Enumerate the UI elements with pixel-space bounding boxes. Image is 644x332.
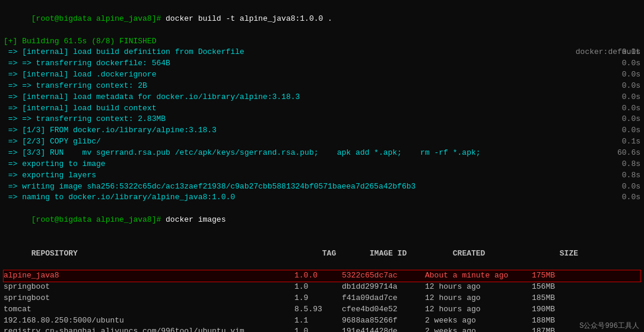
build-line-5: => [internal] load metadata for docker.i…	[4, 92, 640, 103]
table-header-row: REPOSITORYTAGIMAGE IDCREATEDSIZE	[4, 237, 640, 271]
build-line-9: => [2/3] COPY glibc/ 0.1s	[4, 136, 640, 148]
col-created: CREATED	[453, 248, 560, 260]
build-docker-default: => [internal] load build definition from…	[4, 47, 640, 58]
table-row: alpine_java81.0.05322c65dc7acAbout a min…	[4, 270, 640, 282]
col-tag: TAG	[322, 248, 370, 260]
build-line-3: => [internal] load .dockerignore 0.0s	[4, 69, 640, 81]
col-image-id: IMAGE ID	[370, 248, 453, 260]
table-row: springboot1.9f41a09dad7ce12 hours ago185…	[4, 293, 640, 304]
watermark: S公众号996工具人	[579, 321, 639, 331]
docker-default-label: docker:default	[576, 47, 640, 58]
build-line-2: => => transferring dockerfile: 564B 0.0s	[4, 58, 640, 69]
build-line-8: => [1/3] FROM docker.io/library/alpine:3…	[4, 125, 640, 136]
terminal: [root@bigdata alpine_java8]# docker buil…	[0, 0, 644, 332]
image-table-body: alpine_java81.0.05322c65dc7acAbout a min…	[4, 270, 640, 332]
build-line-4: => => transferring context: 2B 0.0s	[4, 81, 640, 92]
build-line-14: => naming to docker.io/library/alpine_ja…	[4, 192, 640, 203]
build-line-13: => writing image sha256:5322c65dc/ac13za…	[4, 181, 640, 193]
command-line-2: [root@bigdata alpine_java8]# docker imag…	[4, 203, 640, 237]
col-size: SIZE	[560, 249, 578, 258]
build-line-0: [+] Building 61.5s (8/8) FINISHED	[4, 36, 640, 47]
build-line-6: => [internal] load build context 0.0s	[4, 103, 640, 114]
command-line-1: [root@bigdata alpine_java8]# docker buil…	[4, 2, 640, 36]
build-line-11: => exporting to image 0.8s	[4, 159, 640, 170]
col-repository: REPOSITORY	[31, 248, 322, 260]
prompt: [root@bigdata alpine_java8]#	[31, 14, 161, 23]
build-line-7: => => transferring context: 2.83MB 0.0s	[4, 114, 640, 125]
command: docker build -t alpine_java8:1.0.0 .	[161, 14, 332, 23]
build-line-10: => [3/3] RUN mv sgerrand.rsa.pub /etc/ap…	[4, 148, 640, 159]
table-row: springboot1.0db1dd299714a12 hours ago156…	[4, 282, 640, 293]
table-row: registry.cn-shanghai.aliyuncs.com/996too…	[4, 326, 640, 332]
table-row: 192.168.80.250:5000/ubuntu1.19688aa85266…	[4, 315, 640, 327]
table-row: tomcat8.5.93cfee4bd04e5212 hours ago190M…	[4, 304, 640, 315]
build-line-12: => exporting layers 0.8s	[4, 170, 640, 181]
